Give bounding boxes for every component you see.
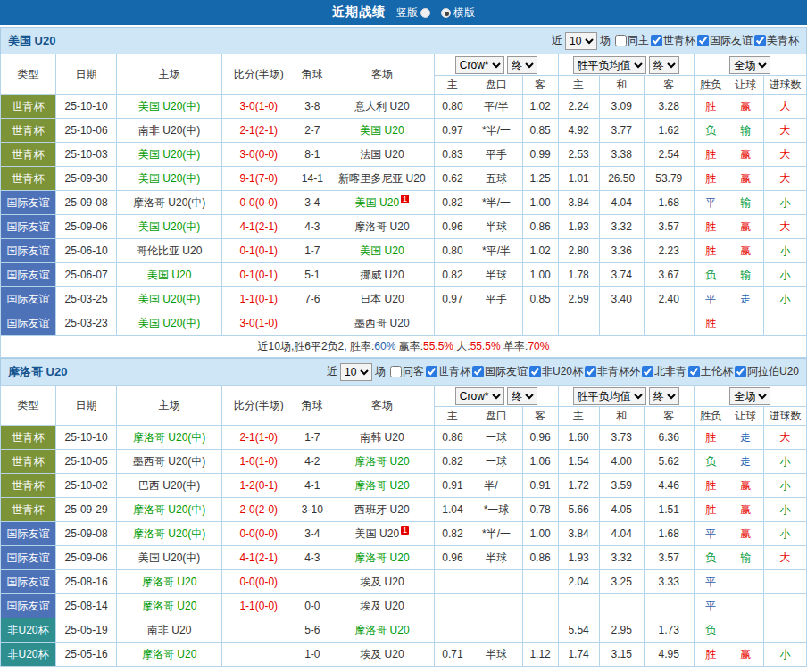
layout-radio-horizontal[interactable]: 横版: [441, 5, 475, 21]
away-team[interactable]: 美国 U20: [329, 119, 435, 143]
home-team[interactable]: 美国 U20(中): [117, 546, 222, 570]
home-team[interactable]: 摩洛哥 U20(中): [117, 191, 222, 215]
match-score[interactable]: 2-0(2-0): [222, 498, 295, 522]
match-score[interactable]: 2-1(1-0): [222, 426, 295, 450]
filter-checkbox[interactable]: 同主: [615, 33, 649, 48]
filter-checkbox-input[interactable]: [651, 35, 662, 46]
filter-checkbox-input[interactable]: [697, 35, 709, 46]
match-score[interactable]: [222, 618, 295, 643]
away-team[interactable]: 摩洛哥 U20: [329, 546, 435, 570]
home-team[interactable]: 摩洛哥 U20(中): [117, 426, 222, 450]
filter-checkbox-input[interactable]: [642, 366, 653, 377]
away-team[interactable]: 埃及 U20: [329, 594, 435, 618]
filter-checkbox-input[interactable]: [426, 366, 437, 377]
away-team[interactable]: 西班牙 U20: [329, 498, 435, 522]
match-score[interactable]: 0-0(0-0): [222, 570, 295, 594]
home-team[interactable]: 摩洛哥 U20(中): [117, 498, 222, 522]
filter-checkbox[interactable]: 阿拉伯U20: [735, 364, 799, 379]
filter-checkbox[interactable]: 土伦杯: [688, 364, 733, 379]
home-team[interactable]: 摩洛哥 U20: [117, 643, 222, 667]
home-team[interactable]: 美国 U20(中): [117, 167, 222, 191]
match-score[interactable]: 0-0(0-0): [222, 191, 295, 215]
odds-source-select[interactable]: Crow*: [455, 387, 504, 405]
odds-source-select[interactable]: Crow*: [455, 56, 504, 74]
home-team[interactable]: 摩洛哥 U20: [117, 594, 222, 618]
match-score[interactable]: 1-0(1-0): [222, 450, 295, 474]
match-score[interactable]: 9-1(7-0): [222, 167, 295, 191]
match-score[interactable]: [222, 643, 295, 667]
match-count-select[interactable]: 10: [565, 32, 597, 50]
filter-checkbox[interactable]: 国际友谊: [697, 33, 753, 48]
away-team[interactable]: 摩洛哥 U20: [329, 215, 435, 239]
filter-checkbox[interactable]: 非U20杯: [529, 364, 583, 379]
final-odds-select[interactable]: 终: [507, 56, 537, 74]
match-score[interactable]: 2-1(2-1): [222, 119, 295, 143]
filter-checkbox-input[interactable]: [615, 35, 627, 46]
away-team[interactable]: 美国 U201: [329, 191, 435, 215]
away-team[interactable]: 墨西哥 U20: [329, 311, 435, 336]
home-team[interactable]: 巴西 U20(中): [117, 474, 222, 498]
match-score[interactable]: 0-1(0-1): [222, 263, 295, 287]
home-team[interactable]: 美国 U20(中): [117, 95, 222, 119]
home-team[interactable]: 美国 U20(中): [117, 143, 222, 167]
match-score[interactable]: 0-1(0-1): [222, 239, 295, 263]
scope-select[interactable]: 全场: [729, 56, 770, 74]
home-team[interactable]: 摩洛哥 U20(中): [117, 522, 222, 546]
radio-checked-icon[interactable]: [441, 8, 451, 18]
avg-odds-select[interactable]: 胜平负均值: [573, 387, 646, 405]
match-score[interactable]: 1-1(0-1): [222, 287, 295, 311]
away-team[interactable]: 法国 U20: [329, 143, 435, 167]
away-team[interactable]: 摩洛哥 U20: [329, 618, 435, 643]
filter-checkbox[interactable]: 非青杯外: [585, 364, 640, 379]
away-team[interactable]: 埃及 U20: [329, 643, 435, 667]
match-score[interactable]: 4-1(2-1): [222, 215, 295, 239]
filter-checkbox[interactable]: 北非青: [642, 364, 686, 379]
home-team[interactable]: 美国 U20(中): [117, 215, 222, 239]
home-team[interactable]: 墨西哥 U20(中): [117, 450, 222, 474]
away-team[interactable]: 摩洛哥 U20: [329, 450, 435, 474]
filter-checkbox[interactable]: 美青杯: [754, 33, 799, 48]
match-score[interactable]: 3-0(0-0): [222, 143, 295, 167]
away-team[interactable]: 日本 U20: [329, 287, 435, 311]
radio-unchecked-icon[interactable]: [420, 8, 430, 18]
filter-checkbox-input[interactable]: [390, 366, 402, 377]
away-team[interactable]: 埃及 U20: [329, 570, 435, 594]
away-team[interactable]: 美国 U201: [329, 522, 435, 546]
filter-checkbox-input[interactable]: [688, 366, 700, 377]
match-score[interactable]: 1-2(0-1): [222, 474, 295, 498]
scope-select[interactable]: 全场: [729, 387, 770, 405]
match-score[interactable]: 1-1(0-0): [222, 594, 295, 618]
avg-odds-select[interactable]: 胜平负均值: [573, 56, 646, 74]
filter-checkbox[interactable]: 国际友谊: [472, 364, 528, 379]
filter-checkbox[interactable]: 世青杯: [426, 364, 470, 379]
away-team[interactable]: 挪威 U20: [329, 263, 435, 287]
match-score[interactable]: 0-0(0-0): [222, 522, 295, 546]
home-team[interactable]: 南非 U20(中): [117, 119, 222, 143]
away-team[interactable]: 摩洛哥 U20: [329, 474, 435, 498]
match-score[interactable]: 3-0(1-0): [222, 311, 295, 336]
layout-radio-vertical[interactable]: 竖版: [396, 5, 430, 21]
match-score[interactable]: 4-1(2-1): [222, 546, 295, 570]
filter-checkbox-input[interactable]: [754, 35, 766, 46]
home-team[interactable]: 美国 U20(中): [117, 311, 222, 336]
filter-checkbox-input[interactable]: [585, 366, 596, 377]
final-euro-select[interactable]: 终: [649, 387, 679, 405]
away-team[interactable]: 意大利 U20: [329, 95, 435, 119]
filter-checkbox[interactable]: 世青杯: [651, 33, 695, 48]
away-team[interactable]: 新喀里多尼亚 U20: [329, 167, 435, 191]
match-count-select[interactable]: 10: [340, 363, 372, 381]
filter-checkbox-input[interactable]: [472, 366, 484, 377]
final-euro-select[interactable]: 终: [649, 56, 679, 74]
home-team[interactable]: 美国 U20: [117, 263, 222, 287]
home-team[interactable]: 哥伦比亚 U20: [117, 239, 222, 263]
home-team[interactable]: 南非 U20: [117, 618, 222, 643]
filter-checkbox-input[interactable]: [735, 366, 746, 377]
final-odds-select[interactable]: 终: [507, 387, 537, 405]
home-team[interactable]: 美国 U20(中): [117, 287, 222, 311]
filter-checkbox[interactable]: 同客: [390, 364, 424, 379]
away-team[interactable]: 南韩 U20: [329, 426, 435, 450]
away-team[interactable]: 美国 U20: [329, 239, 435, 263]
home-team[interactable]: 摩洛哥 U20: [117, 570, 222, 594]
match-score[interactable]: 3-0(1-0): [222, 95, 295, 119]
filter-checkbox-input[interactable]: [529, 366, 541, 377]
